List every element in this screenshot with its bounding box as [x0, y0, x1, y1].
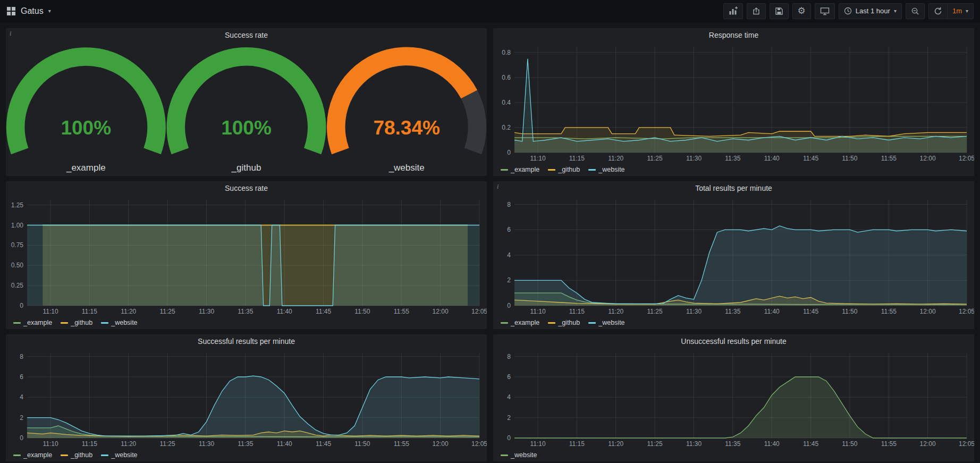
- success-rate-gauges[interactable]: 100%_example100%_github78.34%_website: [6, 42, 487, 176]
- legend-item[interactable]: _example: [13, 319, 52, 326]
- legend: _website: [493, 449, 974, 461]
- panel-header: Successful results per minute: [6, 334, 487, 348]
- legend-series-label: _github: [558, 319, 580, 326]
- legend-item[interactable]: _example: [13, 451, 52, 459]
- info-icon[interactable]: i: [10, 30, 11, 38]
- legend-series-label: _github: [71, 451, 92, 459]
- svg-text:11:30: 11:30: [686, 308, 702, 315]
- svg-text:11:10: 11:10: [530, 308, 545, 315]
- svg-text:11:50: 11:50: [842, 308, 857, 315]
- svg-text:11:40: 11:40: [764, 308, 780, 315]
- svg-text:11:25: 11:25: [160, 308, 175, 315]
- response-time-chart[interactable]: 00.20.40.60.811:1011:1511:2011:2511:3011…: [493, 42, 974, 163]
- legend-item[interactable]: _example: [501, 319, 539, 326]
- panel-title[interactable]: Unsuccessful results per minute: [681, 337, 786, 346]
- legend-series-swatch: [61, 454, 68, 456]
- svg-text:8: 8: [20, 353, 23, 360]
- svg-text:2: 2: [507, 414, 511, 422]
- svg-text:11:55: 11:55: [881, 155, 897, 162]
- svg-text:8: 8: [507, 353, 511, 360]
- add-panel-icon: [729, 6, 738, 15]
- legend-item[interactable]: _example: [501, 166, 539, 173]
- panel-response-time: Response time 00.20.40.60.811:1011:1511:…: [493, 28, 975, 176]
- refresh-icon: [934, 7, 942, 15]
- legend-item[interactable]: _website: [101, 319, 137, 326]
- unsuccessful-results-chart[interactable]: 0246811:1011:1511:2011:2511:3011:3511:40…: [493, 348, 974, 449]
- svg-text:0.4: 0.4: [502, 99, 511, 106]
- panel-unsuccessful-results: Unsuccessful results per minute 0246811:…: [493, 334, 975, 462]
- legend-item[interactable]: _github: [548, 166, 580, 173]
- time-range-picker-button[interactable]: Last 1 hour ▾: [839, 3, 902, 19]
- legend-item[interactable]: _github: [61, 451, 92, 459]
- legend-series-swatch: [548, 169, 555, 171]
- svg-text:0.8: 0.8: [502, 49, 511, 56]
- svg-text:11:35: 11:35: [725, 155, 740, 162]
- caret-down-icon: ▾: [48, 9, 51, 14]
- legend-item[interactable]: _website: [501, 451, 537, 459]
- dashboard-title[interactable]: Gatus: [21, 6, 44, 16]
- svg-text:11:45: 11:45: [316, 308, 331, 315]
- svg-text:11:40: 11:40: [764, 155, 780, 162]
- chart-svg: 0246811:1011:1511:2011:2511:3011:3511:40…: [493, 195, 974, 316]
- svg-text:11:10: 11:10: [43, 440, 58, 448]
- svg-text:11:20: 11:20: [608, 308, 623, 315]
- svg-text:0: 0: [507, 302, 511, 309]
- legend-series-label: _github: [71, 319, 92, 326]
- legend-series-label: _website: [111, 451, 137, 459]
- panel-success-rate-gauges: i Success rate 100%_example100%_github78…: [5, 28, 487, 176]
- dashboard-settings-button[interactable]: ⚙: [792, 3, 811, 19]
- dashboard-grid: i Success rate 100%_example100%_github78…: [0, 22, 980, 462]
- add-panel-button[interactable]: [723, 3, 743, 19]
- panel-title[interactable]: Success rate: [225, 31, 268, 39]
- svg-text:12:00: 12:00: [920, 155, 936, 162]
- svg-text:11:55: 11:55: [881, 308, 897, 315]
- legend-series-swatch: [13, 454, 21, 456]
- gear-icon: ⚙: [798, 6, 806, 15]
- svg-text:11:20: 11:20: [608, 440, 623, 448]
- svg-text:11:40: 11:40: [764, 440, 780, 448]
- svg-text:0.6: 0.6: [502, 74, 511, 81]
- dashboard-grid-icon[interactable]: [6, 6, 16, 16]
- legend-item[interactable]: _website: [588, 166, 624, 173]
- success-rate-chart[interactable]: 00.250.500.751.001.2511:1011:1511:2011:2…: [6, 195, 487, 316]
- legend-series-swatch: [588, 169, 596, 171]
- save-dashboard-button[interactable]: [770, 3, 789, 19]
- legend-item[interactable]: _website: [101, 451, 137, 459]
- panel-header: Total results per minute: [493, 181, 974, 195]
- refresh-interval-label: 1m: [952, 7, 962, 15]
- svg-text:12:05: 12:05: [959, 308, 974, 315]
- svg-text:2: 2: [20, 414, 23, 422]
- navbar: Gatus ▾ ⚙: [0, 0, 980, 22]
- legend-item[interactable]: _github: [61, 319, 92, 326]
- refresh-dashboard-button[interactable]: [928, 3, 948, 19]
- svg-text:11:15: 11:15: [82, 440, 97, 448]
- svg-text:11:15: 11:15: [569, 440, 585, 448]
- zoom-out-time-button[interactable]: [906, 3, 925, 19]
- svg-text:11:35: 11:35: [238, 308, 253, 315]
- svg-text:11:30: 11:30: [686, 155, 702, 162]
- legend-series-swatch: [501, 322, 508, 324]
- svg-text:_website: _website: [388, 163, 425, 173]
- svg-text:12:00: 12:00: [920, 440, 936, 448]
- panel-title[interactable]: Total results per minute: [695, 184, 772, 192]
- share-dashboard-button[interactable]: [747, 3, 766, 19]
- panel-title[interactable]: Successful results per minute: [198, 337, 295, 346]
- refresh-interval-dropdown[interactable]: 1m ▾: [948, 3, 974, 19]
- legend-item[interactable]: _github: [548, 319, 580, 326]
- total-results-chart[interactable]: 0246811:1011:1511:2011:2511:3011:3511:40…: [493, 195, 974, 316]
- legend-item[interactable]: _website: [588, 319, 624, 326]
- panel-title[interactable]: Success rate: [225, 184, 268, 192]
- svg-text:11:10: 11:10: [43, 308, 58, 315]
- monitor-icon: [820, 7, 830, 15]
- panel-title[interactable]: Response time: [709, 31, 758, 39]
- svg-text:11:50: 11:50: [354, 308, 370, 315]
- cycle-view-mode-button[interactable]: [815, 3, 835, 19]
- save-icon: [775, 7, 783, 15]
- panel-header: Success rate: [6, 181, 487, 195]
- svg-text:11:50: 11:50: [354, 440, 370, 448]
- legend: _example_github_website: [493, 163, 974, 176]
- successful-results-chart[interactable]: 0246811:1011:1511:2011:2511:3011:3511:40…: [6, 348, 487, 449]
- info-icon[interactable]: i: [497, 183, 499, 191]
- svg-text:11:55: 11:55: [881, 440, 897, 448]
- legend-series-label: _website: [598, 166, 624, 173]
